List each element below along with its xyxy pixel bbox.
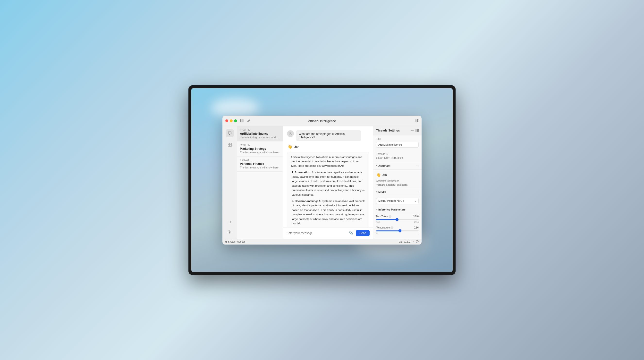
temperature-label-row: Temperature i 0.56: [376, 226, 419, 229]
model-section-title: ▾ Model: [376, 191, 386, 193]
thread-list: 07:48 PM Artificial Intelligence manufac…: [237, 126, 283, 239]
thread-time-2: 9:23 AM: [240, 159, 280, 162]
system-monitor-item[interactable]: ▣ System Monitor: [225, 240, 245, 243]
user-question-text: What are the advantages of Artificial In…: [299, 132, 345, 139]
threads-id-value: 2023-11-12-1293473628: [376, 157, 419, 159]
svg-rect-0: [240, 119, 241, 122]
inference-params-content: Max Token i 2048: [373, 213, 422, 239]
svg-rect-7: [228, 145, 230, 147]
user-message: What are the advantages of Artificial In…: [287, 130, 369, 141]
assistant-name: Jan: [382, 173, 387, 176]
model-section-header[interactable]: ▾ Model ⋯: [373, 188, 422, 196]
status-bar: ▣ System Monitor Jan v0.3.2 ●: [222, 239, 422, 244]
thread-time-0: 07:48 PM: [240, 129, 280, 132]
sidebar-item-history[interactable]: [226, 217, 234, 225]
more-options-icon[interactable]: ⋯: [411, 129, 414, 133]
ai-intro-text: Artificial Intelligence (AI) offers nume…: [291, 155, 366, 168]
temperature-range: 0 1: [376, 232, 419, 235]
window-title: Artificial Intelligence: [308, 119, 336, 123]
temperature-thumb[interactable]: [398, 229, 402, 232]
svg-point-11: [290, 132, 291, 134]
assistant-chevron: ▾: [376, 164, 377, 167]
status-right: Jan v0.3.2 ●: [399, 240, 419, 243]
maximize-button[interactable]: [234, 119, 237, 122]
thread-item-2[interactable]: 9:23 AM Personal Finance The last messag…: [237, 157, 283, 172]
model-content: Mistral Instruct 7B Q4 ⌄: [373, 196, 422, 206]
svg-rect-5: [228, 143, 230, 145]
model-select-chevron: ⌄: [414, 199, 416, 202]
assistant-more-icon[interactable]: ⋯: [416, 164, 419, 167]
close-button[interactable]: [225, 119, 228, 122]
right-panel-toggle-icon[interactable]: [415, 129, 419, 133]
github-icon[interactable]: [416, 240, 419, 243]
svg-rect-1: [242, 119, 244, 122]
compose-icon[interactable]: [247, 119, 250, 123]
ai-avatar: 👋: [287, 144, 293, 150]
sidebar-item-models[interactable]: [226, 141, 234, 149]
attach-button[interactable]: 📎: [348, 230, 354, 236]
ai-point-2: 2. Decision-making: AI systems can analy…: [291, 199, 366, 226]
svg-line-2: [249, 120, 250, 121]
inference-chevron: ▴: [376, 208, 377, 211]
app-window: Artificial Intelligence: [222, 116, 422, 244]
temperature-track: [376, 230, 419, 231]
assistant-content: 👋 Jan Assistant Instructions You are a h…: [373, 170, 422, 188]
sidebar-bottom: [226, 217, 234, 236]
ai-point-2-title: 2. Decision-making:: [292, 200, 318, 202]
sidebar-item-settings[interactable]: [226, 228, 234, 236]
ai-message-header: 👋 Jan: [287, 144, 369, 150]
temperature-slider[interactable]: [376, 230, 419, 232]
max-token-thumb[interactable]: [396, 218, 398, 221]
chat-input[interactable]: [286, 231, 346, 235]
thread-preview-1: The last message will show here: [240, 151, 280, 154]
inference-params-title: ▴ Inference Parameters: [376, 208, 406, 211]
max-token-value: 2048: [413, 215, 419, 218]
chat-messages: What are the advantages of Artificial In…: [283, 126, 373, 227]
minimize-button[interactable]: [230, 119, 233, 122]
svg-rect-13: [415, 129, 417, 132]
assistant-section-title: ▾ Assistant: [376, 164, 390, 167]
sidebar-toggle-icon[interactable]: [240, 119, 244, 123]
max-token-info-icon: i: [388, 215, 392, 218]
right-panel-title: Threads Settings: [376, 129, 400, 132]
traffic-lights: [225, 119, 237, 122]
discord-icon[interactable]: ●: [412, 240, 414, 243]
right-panel-header-icons: ⋯: [411, 129, 419, 133]
max-token-range: 100 4096: [376, 221, 419, 223]
inference-params-header[interactable]: ▴ Inference Parameters: [373, 206, 422, 213]
user-avatar: [287, 130, 294, 137]
max-token-slider[interactable]: [376, 219, 419, 220]
title-section: Title Artificial Intelligence: [373, 135, 422, 150]
thread-time-1: 02:37 PM: [240, 144, 280, 147]
sidebar-item-chat[interactable]: [226, 129, 234, 137]
ai-name: Jan: [294, 145, 300, 149]
right-panel-header: Threads Settings ⋯: [373, 126, 422, 135]
thread-title-1: Marketing Strategy: [240, 147, 280, 150]
thread-item-0[interactable]: 07:48 PM Artificial Intelligence manufac…: [237, 126, 283, 141]
instructions-text: You are a helpful assistant.: [376, 183, 419, 186]
svg-rect-12: [417, 129, 419, 132]
monitor-dot-icon: ▣: [225, 241, 227, 243]
title-label: Title: [376, 138, 419, 140]
title-bar-right: [415, 119, 419, 123]
version-item: Jan v0.3.2: [399, 240, 410, 243]
temperature-info-icon: i: [390, 226, 394, 229]
threads-settings-icon[interactable]: [415, 119, 419, 123]
model-more-icon[interactable]: ⋯: [416, 190, 419, 194]
send-button[interactable]: Send: [356, 230, 370, 236]
svg-point-14: [416, 240, 418, 243]
thread-preview-0: manufacturing processes, and s...: [240, 136, 280, 139]
main-layout: 07:48 PM Artificial Intelligence manufac…: [222, 126, 422, 239]
temperature-name: Temperature i: [376, 226, 394, 229]
max-token-row: Max Token i 2048: [376, 215, 419, 223]
assistant-section-header[interactable]: ▾ Assistant ⋯: [373, 162, 422, 170]
thread-title-0: Artificial Intelligence: [240, 132, 280, 135]
thread-item-1[interactable]: 02:37 PM Marketing Strategy The last mes…: [237, 141, 283, 157]
screen: Artificial Intelligence: [191, 88, 453, 272]
ai-message: 👋 Jan Artificial Intelligence (AI) offer…: [287, 144, 369, 227]
max-token-name: Max Token i: [376, 215, 392, 218]
threads-id-section: Threads ID 2023-11-12-1293473628: [373, 150, 422, 162]
laptop-frame: Artificial Intelligence: [188, 85, 456, 275]
model-select[interactable]: Mistral Instruct 7B Q4 ⌄: [376, 198, 419, 204]
ai-content: Artificial Intelligence (AI) offers nume…: [287, 152, 369, 227]
